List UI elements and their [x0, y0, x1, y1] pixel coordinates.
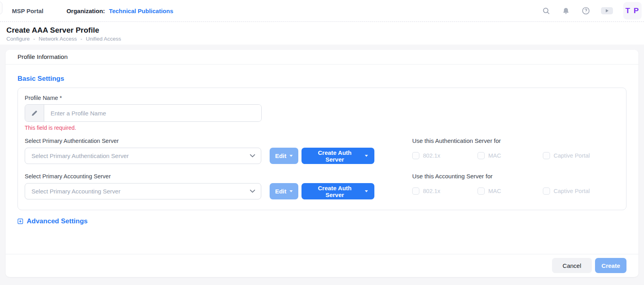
profile-information-card: Profile Information Basic Settings Profi… [6, 50, 638, 277]
acct-checkbox-row: 802.1x MAC Captive Portal [412, 187, 619, 195]
chevron-down-icon [250, 189, 255, 193]
expand-plus-icon [18, 219, 23, 224]
profile-name-error: This field is required. [25, 125, 619, 131]
topbar-actions: T P [541, 2, 642, 20]
acct-checkbox-mac[interactable]: MAC [478, 187, 543, 195]
acct-server-label: Select Primary Accounting Server [25, 173, 374, 180]
auth-server-section: Select Primary Authentication Server Sel… [25, 137, 619, 164]
profile-name-input[interactable] [44, 105, 261, 121]
checkbox-icon [412, 152, 419, 159]
auth-server-controls: Select Primary Authentication Server Edi… [25, 148, 374, 164]
caret-down-icon [365, 190, 368, 192]
checkbox-icon [543, 187, 550, 195]
auth-checkbox-mac[interactable]: MAC [478, 152, 543, 159]
auth-use-for-label: Use this Authentication Server for [412, 137, 619, 144]
acct-server-select-value: Select Primary Accounting Server [31, 188, 120, 195]
acct-server-select[interactable]: Select Primary Accounting Server [25, 183, 261, 199]
checkbox-icon [478, 152, 485, 159]
auth-create-server-button[interactable]: Create Auth Server [301, 148, 374, 164]
acct-checkbox-8021x[interactable]: 802.1x [412, 187, 478, 195]
pencil-icon [25, 105, 44, 121]
caret-down-icon [290, 190, 293, 192]
auth-checkbox-captive-portal[interactable]: Captive Portal [543, 152, 590, 159]
top-bar: MSP Portal Organization: Technical Publi… [0, 0, 644, 22]
profile-name-label: Profile Name * [25, 94, 619, 102]
auth-server-right: Use this Authentication Server for 802.1… [412, 137, 619, 164]
checkbox-icon [412, 187, 419, 195]
acct-server-section: Select Primary Accounting Server Select … [25, 173, 619, 199]
page-title: Create AAA Server Profile [6, 25, 638, 35]
basic-settings-box: Profile Name * This field is required. S… [18, 88, 626, 210]
breadcrumb-item-network-access[interactable]: Network Access [39, 36, 77, 42]
card-footer: Cancel Create [6, 254, 638, 277]
auth-server-select-value: Select Primary Authentication Server [31, 152, 129, 159]
card-title: Profile Information [18, 53, 626, 61]
breadcrumb-separator: - [33, 36, 35, 42]
acct-server-left: Select Primary Accounting Server Select … [25, 173, 374, 199]
main-content: Profile Information Basic Settings Profi… [0, 45, 644, 277]
breadcrumb-separator: - [80, 36, 82, 42]
breadcrumb: Configure - Network Access - Unified Acc… [6, 36, 638, 42]
auth-server-select[interactable]: Select Primary Authentication Server [25, 148, 261, 164]
play-icon [606, 9, 609, 12]
advanced-settings-label: Advanced Settings [27, 217, 88, 225]
cancel-button[interactable]: Cancel [552, 258, 592, 273]
user-avatar[interactable]: T P [623, 2, 642, 20]
acct-checkbox-captive-portal[interactable]: Captive Portal [543, 187, 590, 195]
collapsed-panel-edge [0, 2, 2, 14]
notifications-bell-icon[interactable] [561, 6, 571, 16]
video-tutorial-icon[interactable] [601, 7, 613, 14]
acct-use-for-label: Use this Accounting Server for [412, 173, 619, 180]
acct-edit-button[interactable]: Edit [270, 183, 298, 199]
auth-edit-button[interactable]: Edit [270, 148, 298, 164]
auth-server-label: Select Primary Authentication Server [25, 137, 374, 144]
organization-link[interactable]: Technical Publications [109, 8, 173, 14]
acct-server-controls: Select Primary Accounting Server Edit Cr… [25, 183, 374, 199]
acct-create-server-button[interactable]: Create Auth Server [301, 183, 374, 199]
checkbox-icon [478, 187, 485, 195]
advanced-settings-toggle[interactable]: Advanced Settings [18, 217, 626, 225]
create-button[interactable]: Create [595, 258, 626, 273]
breadcrumb-item-configure[interactable]: Configure [6, 36, 30, 42]
app-brand: MSP Portal [12, 8, 43, 14]
chevron-down-icon [250, 154, 255, 158]
caret-down-icon [290, 155, 293, 157]
search-icon[interactable] [541, 6, 551, 16]
acct-server-right: Use this Accounting Server for 802.1x MA… [412, 173, 619, 199]
organization-label: Organization: [67, 8, 105, 14]
auth-checkbox-8021x[interactable]: 802.1x [412, 152, 478, 159]
card-header: Profile Information [6, 50, 638, 64]
checkbox-icon [543, 152, 550, 159]
breadcrumb-item-unified-access[interactable]: Unified Access [86, 36, 121, 42]
card-body: Basic Settings Profile Name * This field… [6, 64, 638, 254]
caret-down-icon [365, 155, 368, 157]
profile-name-input-group [25, 104, 262, 122]
auth-checkbox-row: 802.1x MAC Captive Portal [412, 152, 619, 159]
page-head: Create AAA Server Profile Configure - Ne… [0, 22, 644, 45]
help-icon[interactable] [581, 6, 591, 16]
basic-settings-heading: Basic Settings [18, 75, 626, 83]
auth-server-left: Select Primary Authentication Server Sel… [25, 137, 374, 164]
